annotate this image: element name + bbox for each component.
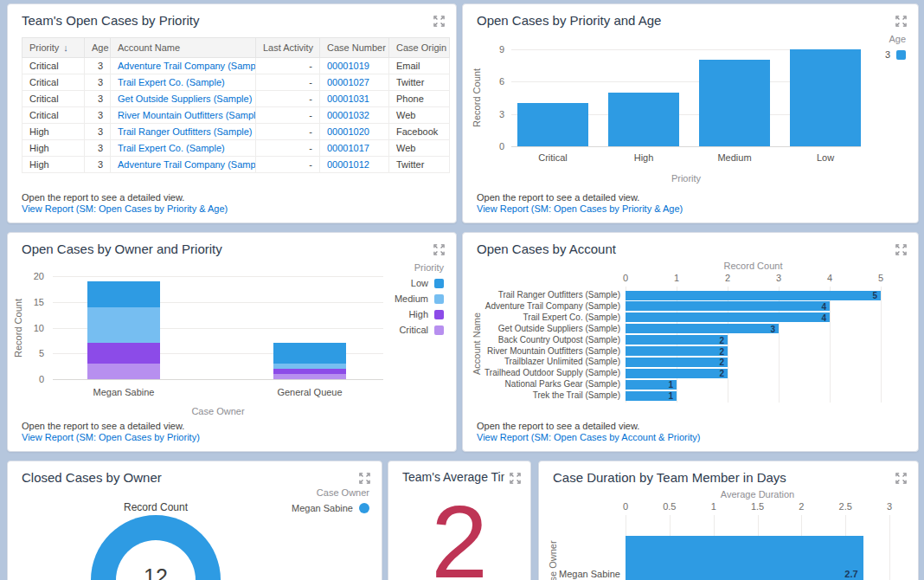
donut-axis-title: Record Count xyxy=(91,501,221,513)
segment-medium-1[interactable] xyxy=(273,364,346,369)
open-cases-table: Priority↓AgeAccount NameLast ActivityCas… xyxy=(22,37,450,173)
table-row: Critical3Trail Expert Co. (Sample)-00001… xyxy=(22,74,450,91)
last-activity-cell: - xyxy=(256,124,320,140)
x-tick-label: 2.5 xyxy=(833,501,857,512)
y-tick-label: 20 xyxy=(16,271,44,281)
account-link[interactable]: Adventure Trail Company (Sample) xyxy=(118,61,256,71)
column-header-last-activity[interactable]: Last Activity xyxy=(256,38,320,58)
x-tick-label: 0 xyxy=(617,273,634,283)
bar-high[interactable] xyxy=(608,93,679,146)
origin-cell: Twitter xyxy=(389,157,450,173)
segment-critical-0[interactable] xyxy=(87,364,160,379)
bar-row-0[interactable] xyxy=(626,536,863,580)
card-team-open-cases: Team's Open Cases by Priority Priority↓A… xyxy=(7,3,457,223)
case-number-cell: 00001017 xyxy=(320,140,389,157)
account-cell: Get Outside Suppliers (Sample) xyxy=(111,91,256,107)
segment-low-1[interactable] xyxy=(273,343,346,364)
bar-critical[interactable] xyxy=(517,103,588,146)
case-duration-hbar-chart: Average DurationCase Owner00.511.522.53M… xyxy=(539,461,918,580)
case-number-link[interactable]: 00001031 xyxy=(327,93,369,104)
x-axis-title: Case Owner xyxy=(53,406,383,416)
column-header-case-number[interactable]: Case Number xyxy=(320,38,389,58)
case-number-cell: 00001032 xyxy=(320,107,389,124)
account-link[interactable]: Adventure Trail Company (Sample) xyxy=(118,159,256,170)
view-report-link[interactable]: View Report (SM: Open Cases by Priority) xyxy=(22,432,200,442)
x-category-label: Critical xyxy=(538,152,568,163)
expand-icon[interactable] xyxy=(510,472,522,484)
gridline xyxy=(889,515,890,580)
account-link[interactable]: Trail Expert Co. (Sample) xyxy=(118,77,225,87)
y-tick-label: 5 xyxy=(16,348,44,358)
account-link[interactable]: Get Outside Suppliers (Sample) xyxy=(118,93,252,104)
expand-icon[interactable] xyxy=(433,15,446,27)
report-note: Open the report to see a detailed view. xyxy=(477,421,639,431)
legend-item: 3 xyxy=(885,49,906,60)
column-header-case-origin[interactable]: Case Origin xyxy=(389,38,450,58)
segment-high-1[interactable] xyxy=(273,369,346,374)
segment-medium-0[interactable] xyxy=(87,307,160,344)
y-tick-label: 3 xyxy=(475,109,504,119)
age-cell: 3 xyxy=(85,58,111,74)
report-note: Open the report to see a detailed view. xyxy=(477,192,639,203)
bar-medium[interactable] xyxy=(699,60,770,146)
legend-swatch xyxy=(434,325,444,335)
x-tick-label: 5 xyxy=(872,273,889,283)
last-activity-cell: - xyxy=(256,74,320,91)
case-number-link[interactable]: 00001012 xyxy=(327,159,369,170)
legend-swatch xyxy=(434,294,444,304)
origin-cell: Web xyxy=(389,107,450,124)
age-cell: 3 xyxy=(85,74,111,91)
case-number-link[interactable]: 00001027 xyxy=(327,77,369,87)
column-header-account-name[interactable]: Account Name xyxy=(111,38,256,58)
bar-value-label: 2.7 xyxy=(837,569,858,579)
bar-value-label: 2 xyxy=(712,336,724,345)
account-cell: Adventure Trail Company (Sample) xyxy=(111,157,256,173)
case-number-link[interactable]: 00001017 xyxy=(327,143,369,153)
gridline xyxy=(881,287,882,403)
account-link[interactable]: Trail Ranger Outfitters (Sample) xyxy=(118,126,252,137)
column-header-priority[interactable]: Priority↓ xyxy=(22,38,85,58)
priority-cell: High xyxy=(22,157,85,173)
segment-critical-1[interactable] xyxy=(273,374,346,379)
case-number-link[interactable]: 00001032 xyxy=(327,110,369,120)
y-tick-label: 6 xyxy=(475,76,504,87)
legend-title: Priority xyxy=(395,262,444,273)
age-cell: 3 xyxy=(85,91,111,107)
x-category-label: Low xyxy=(817,152,834,163)
account-link[interactable]: Trail Expert Co. (Sample) xyxy=(118,143,225,153)
bar-value-label: 2 xyxy=(712,369,724,378)
segment-low-0[interactable] xyxy=(87,281,160,307)
case-number-link[interactable]: 00001020 xyxy=(327,126,369,137)
case-number-cell: 00001027 xyxy=(320,74,389,91)
bar-row-1[interactable] xyxy=(626,301,830,311)
row-category-label: Trail Expert Co. (Sample) xyxy=(523,313,620,322)
view-report-link[interactable]: View Report (SM: Open Cases by Priority … xyxy=(477,203,683,214)
donut-chart[interactable]: 12 xyxy=(91,515,221,580)
bar-row-2[interactable] xyxy=(626,313,830,322)
bar-low[interactable] xyxy=(790,49,861,146)
y-axis-label: Account Name xyxy=(472,292,482,396)
case-number-link[interactable]: 00001019 xyxy=(327,61,369,71)
y-tick-label: 0 xyxy=(16,374,44,384)
bar-row-3[interactable] xyxy=(626,324,779,333)
row-category-label: Trek the Trail (Sample) xyxy=(533,390,620,400)
expand-icon[interactable] xyxy=(359,472,371,484)
column-header-age[interactable]: Age xyxy=(85,38,111,58)
donut-total: 12 xyxy=(144,564,168,580)
row-category-label: Back Country Outpost (Sample) xyxy=(498,335,620,345)
last-activity-cell: - xyxy=(256,107,320,124)
bar-value-label: 2 xyxy=(712,347,724,357)
report-note: Open the report to see a detailed view. xyxy=(22,192,184,203)
account-link[interactable]: River Mountain Outfitters (Sample) xyxy=(118,110,256,120)
view-report-link[interactable]: View Report (SM: Open Cases by Priority … xyxy=(22,203,228,214)
segment-high-0[interactable] xyxy=(87,343,160,364)
row-category-label: Trailblazer Unlimited (Sample) xyxy=(504,357,620,366)
account-cell: Trail Ranger Outfitters (Sample) xyxy=(111,124,256,140)
view-report-link[interactable]: View Report (SM: Open Cases by Account &… xyxy=(477,432,700,442)
origin-cell: Phone xyxy=(389,91,450,107)
last-activity-cell: - xyxy=(256,140,320,157)
y-tick-label: 9 xyxy=(475,44,504,55)
bar-row-0[interactable] xyxy=(626,291,881,300)
legend-swatch xyxy=(359,503,369,513)
sort-desc-icon: ↓ xyxy=(63,42,68,53)
